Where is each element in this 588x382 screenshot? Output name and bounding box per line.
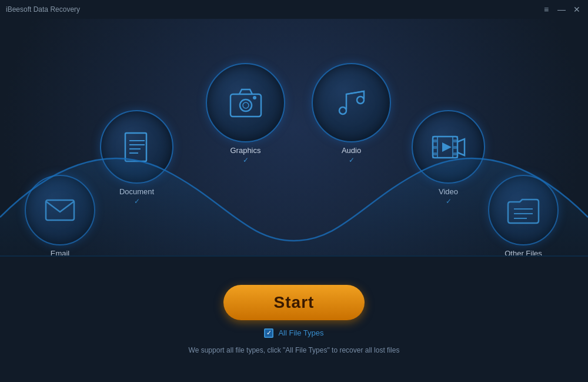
svg-point-12: [357, 97, 364, 104]
svg-point-8: [243, 102, 249, 108]
start-button[interactable]: Start: [223, 285, 365, 320]
svg-rect-6: [230, 94, 261, 117]
music-icon: [335, 88, 369, 118]
all-file-types-checkbox[interactable]: [264, 328, 273, 338]
svg-line-10: [346, 91, 364, 94]
menu-button[interactable]: ≡: [541, 4, 552, 15]
bottom-section: Start All File Types We support all file…: [0, 255, 588, 382]
wave-svg: [0, 123, 588, 258]
support-text: We support all file types, click "All Fi…: [189, 346, 400, 354]
svg-point-11: [339, 107, 346, 114]
svg-point-7: [240, 99, 252, 111]
all-file-types-row: All File Types: [264, 328, 323, 338]
camera-icon: [229, 87, 263, 119]
app-title: iBeesoft Data Recovery: [6, 5, 80, 14]
title-bar: iBeesoft Data Recovery ≡ — ✕: [0, 0, 588, 19]
all-file-types-label[interactable]: All File Types: [278, 328, 323, 337]
close-button[interactable]: ✕: [572, 4, 582, 15]
main-area: Email ✓ Document ✓: [0, 19, 588, 382]
window-controls: ≡ — ✕: [541, 4, 582, 15]
minimize-button[interactable]: —: [556, 4, 567, 15]
svg-point-9: [253, 96, 256, 99]
